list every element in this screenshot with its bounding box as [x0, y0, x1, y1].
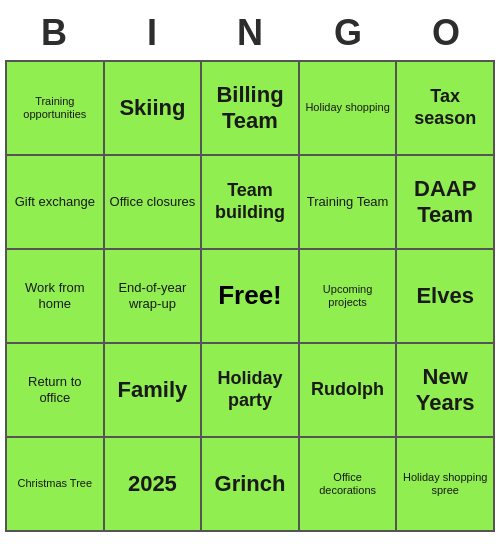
bingo-cell: Return to office: [7, 344, 103, 436]
bingo-cell: DAAP Team: [397, 156, 493, 248]
header-letter: I: [103, 8, 201, 58]
bingo-cell: Skiing: [105, 62, 201, 154]
bingo-cell: Elves: [397, 250, 493, 342]
bingo-cell: Work from home: [7, 250, 103, 342]
bingo-card: BINGO Training opportunitiesSkiingBillin…: [5, 8, 495, 532]
bingo-cell: New Years: [397, 344, 493, 436]
bingo-cell: Holiday party: [202, 344, 298, 436]
bingo-cell: Upcoming projects: [300, 250, 396, 342]
bingo-cell: Free!: [202, 250, 298, 342]
bingo-cell: Grinch: [202, 438, 298, 530]
header-letter: O: [397, 8, 495, 58]
bingo-cell: Office decorations: [300, 438, 396, 530]
bingo-cell: Team building: [202, 156, 298, 248]
bingo-cell: 2025: [105, 438, 201, 530]
bingo-header: BINGO: [5, 8, 495, 58]
header-letter: N: [201, 8, 299, 58]
bingo-cell: Family: [105, 344, 201, 436]
bingo-cell: Tax season: [397, 62, 493, 154]
header-letter: G: [299, 8, 397, 58]
bingo-cell: Gift exchange: [7, 156, 103, 248]
bingo-cell: Billing Team: [202, 62, 298, 154]
bingo-cell: Training Team: [300, 156, 396, 248]
bingo-cell: Christmas Tree: [7, 438, 103, 530]
header-letter: B: [5, 8, 103, 58]
bingo-cell: Rudolph: [300, 344, 396, 436]
bingo-cell: Training opportunities: [7, 62, 103, 154]
bingo-cell: Office closures: [105, 156, 201, 248]
bingo-cell: Holiday shopping: [300, 62, 396, 154]
bingo-grid: Training opportunitiesSkiingBilling Team…: [5, 60, 495, 532]
bingo-cell: Holiday shopping spree: [397, 438, 493, 530]
bingo-cell: End-of-year wrap-up: [105, 250, 201, 342]
